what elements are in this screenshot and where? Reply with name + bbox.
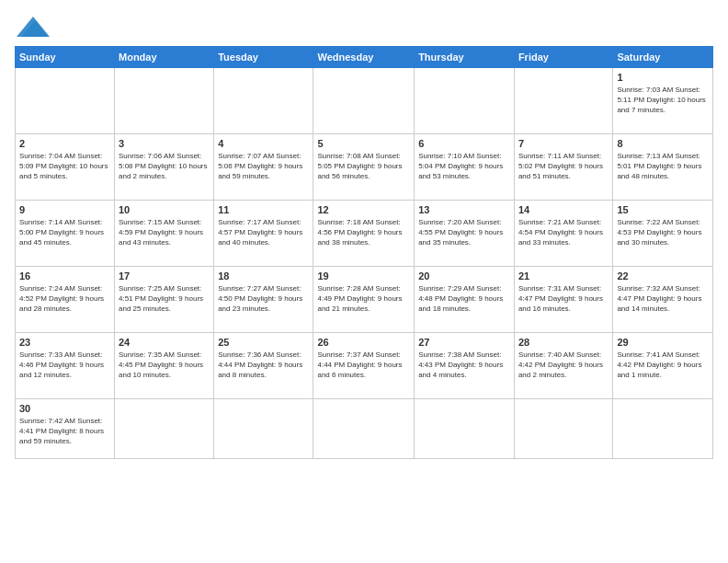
day-number: 12 (317, 203, 410, 217)
day-number: 29 (617, 336, 709, 350)
calendar-header-monday: Monday (115, 47, 214, 68)
calendar-cell (16, 68, 115, 134)
calendar-cell: 13Sunrise: 7:20 AM Sunset: 4:55 PM Dayli… (415, 201, 515, 267)
calendar-cell: 21Sunrise: 7:31 AM Sunset: 4:47 PM Dayli… (514, 267, 612, 333)
calendar-header-saturday: Saturday (613, 47, 713, 68)
week-row-5: 23Sunrise: 7:33 AM Sunset: 4:46 PM Dayli… (16, 333, 713, 399)
calendar-cell: 18Sunrise: 7:27 AM Sunset: 4:50 PM Dayli… (214, 267, 313, 333)
cell-info: Sunrise: 7:03 AM Sunset: 5:11 PM Dayligh… (617, 86, 709, 115)
calendar-table: SundayMondayTuesdayWednesdayThursdayFrid… (15, 46, 713, 459)
day-number: 14 (518, 203, 609, 217)
day-number: 5 (317, 137, 410, 151)
calendar-cell: 8Sunrise: 7:13 AM Sunset: 5:01 PM Daylig… (613, 134, 713, 201)
calendar-cell: 17Sunrise: 7:25 AM Sunset: 4:51 PM Dayli… (115, 267, 214, 333)
cell-info: Sunrise: 7:15 AM Sunset: 4:59 PM Dayligh… (119, 218, 210, 247)
calendar-cell: 5Sunrise: 7:08 AM Sunset: 5:05 PM Daylig… (313, 134, 415, 201)
calendar-header-wednesday: Wednesday (313, 47, 415, 68)
cell-info: Sunrise: 7:40 AM Sunset: 4:42 PM Dayligh… (518, 350, 609, 380)
day-number: 16 (19, 270, 110, 283)
calendar-cell: 14Sunrise: 7:21 AM Sunset: 4:54 PM Dayli… (514, 201, 612, 267)
cell-info: Sunrise: 7:18 AM Sunset: 4:56 PM Dayligh… (317, 218, 410, 247)
calendar-header-row: SundayMondayTuesdayWednesdayThursdayFrid… (16, 47, 713, 68)
day-number: 3 (119, 137, 210, 151)
calendar-cell: 15Sunrise: 7:22 AM Sunset: 4:53 PM Dayli… (613, 201, 713, 267)
week-row-4: 16Sunrise: 7:24 AM Sunset: 4:52 PM Dayli… (16, 267, 713, 333)
calendar-cell (514, 399, 612, 459)
cell-info: Sunrise: 7:33 AM Sunset: 4:46 PM Dayligh… (19, 350, 110, 380)
calendar-cell (415, 68, 515, 134)
calendar-cell: 16Sunrise: 7:24 AM Sunset: 4:52 PM Dayli… (16, 267, 115, 333)
calendar-cell: 27Sunrise: 7:38 AM Sunset: 4:43 PM Dayli… (415, 333, 515, 399)
calendar-cell: 24Sunrise: 7:35 AM Sunset: 4:45 PM Dayli… (115, 333, 214, 399)
calendar-cell (613, 399, 713, 459)
cell-info: Sunrise: 7:08 AM Sunset: 5:05 PM Dayligh… (317, 152, 410, 181)
cell-info: Sunrise: 7:14 AM Sunset: 5:00 PM Dayligh… (19, 218, 110, 247)
calendar-cell: 7Sunrise: 7:11 AM Sunset: 5:02 PM Daylig… (514, 134, 612, 201)
day-number: 18 (218, 270, 309, 283)
day-number: 17 (119, 270, 210, 283)
calendar-cell: 9Sunrise: 7:14 AM Sunset: 5:00 PM Daylig… (16, 201, 115, 267)
day-number: 11 (218, 203, 309, 217)
day-number: 2 (19, 137, 110, 151)
cell-info: Sunrise: 7:06 AM Sunset: 5:08 PM Dayligh… (119, 152, 210, 181)
cell-info: Sunrise: 7:21 AM Sunset: 4:54 PM Dayligh… (518, 218, 609, 247)
calendar-cell (115, 399, 214, 459)
calendar-cell: 11Sunrise: 7:17 AM Sunset: 4:57 PM Dayli… (214, 201, 313, 267)
day-number: 15 (617, 203, 709, 217)
calendar-cell: 10Sunrise: 7:15 AM Sunset: 4:59 PM Dayli… (115, 201, 214, 267)
day-number: 19 (317, 270, 410, 283)
day-number: 26 (317, 336, 410, 350)
cell-info: Sunrise: 7:25 AM Sunset: 4:51 PM Dayligh… (119, 284, 210, 314)
calendar-cell: 4Sunrise: 7:07 AM Sunset: 5:06 PM Daylig… (214, 134, 313, 201)
day-number: 4 (218, 137, 309, 151)
logo (15, 15, 50, 37)
calendar-cell: 6Sunrise: 7:10 AM Sunset: 5:04 PM Daylig… (415, 134, 515, 201)
day-number: 13 (418, 203, 510, 217)
day-number: 28 (518, 336, 609, 350)
cell-info: Sunrise: 7:29 AM Sunset: 4:48 PM Dayligh… (418, 284, 510, 314)
calendar-cell (514, 68, 612, 134)
day-number: 23 (19, 336, 110, 350)
calendar-cell: 12Sunrise: 7:18 AM Sunset: 4:56 PM Dayli… (313, 201, 415, 267)
week-row-1: 1Sunrise: 7:03 AM Sunset: 5:11 PM Daylig… (16, 68, 713, 134)
calendar-cell: 30Sunrise: 7:42 AM Sunset: 4:41 PM Dayli… (16, 399, 115, 459)
calendar-cell: 28Sunrise: 7:40 AM Sunset: 4:42 PM Dayli… (514, 333, 612, 399)
day-number: 7 (518, 137, 609, 151)
cell-info: Sunrise: 7:10 AM Sunset: 5:04 PM Dayligh… (418, 152, 510, 181)
day-number: 30 (19, 402, 110, 416)
page: SundayMondayTuesdayWednesdayThursdayFrid… (0, 0, 728, 563)
cell-info: Sunrise: 7:28 AM Sunset: 4:49 PM Dayligh… (317, 284, 410, 314)
cell-info: Sunrise: 7:32 AM Sunset: 4:47 PM Dayligh… (617, 284, 709, 314)
calendar-header-tuesday: Tuesday (214, 47, 313, 68)
week-row-2: 2Sunrise: 7:04 AM Sunset: 5:09 PM Daylig… (16, 134, 713, 201)
calendar-cell (313, 399, 415, 459)
calendar-cell: 26Sunrise: 7:37 AM Sunset: 4:44 PM Dayli… (313, 333, 415, 399)
cell-info: Sunrise: 7:11 AM Sunset: 5:02 PM Dayligh… (518, 152, 609, 181)
logo-icon (17, 17, 50, 37)
calendar-cell: 29Sunrise: 7:41 AM Sunset: 4:42 PM Dayli… (613, 333, 713, 399)
cell-info: Sunrise: 7:31 AM Sunset: 4:47 PM Dayligh… (518, 284, 609, 314)
cell-info: Sunrise: 7:20 AM Sunset: 4:55 PM Dayligh… (418, 218, 510, 247)
calendar-cell: 19Sunrise: 7:28 AM Sunset: 4:49 PM Dayli… (313, 267, 415, 333)
cell-info: Sunrise: 7:24 AM Sunset: 4:52 PM Dayligh… (19, 284, 110, 314)
calendar-cell: 20Sunrise: 7:29 AM Sunset: 4:48 PM Dayli… (415, 267, 515, 333)
day-number: 22 (617, 270, 709, 283)
calendar-cell: 3Sunrise: 7:06 AM Sunset: 5:08 PM Daylig… (115, 134, 214, 201)
day-number: 6 (418, 137, 510, 151)
day-number: 9 (19, 203, 110, 217)
day-number: 25 (218, 336, 309, 350)
calendar-cell (214, 68, 313, 134)
cell-info: Sunrise: 7:37 AM Sunset: 4:44 PM Dayligh… (317, 350, 410, 380)
day-number: 20 (418, 270, 510, 283)
cell-info: Sunrise: 7:04 AM Sunset: 5:09 PM Dayligh… (19, 152, 110, 181)
day-number: 27 (418, 336, 510, 350)
week-row-6: 30Sunrise: 7:42 AM Sunset: 4:41 PM Dayli… (16, 399, 713, 459)
cell-info: Sunrise: 7:35 AM Sunset: 4:45 PM Dayligh… (119, 350, 210, 380)
calendar-cell: 22Sunrise: 7:32 AM Sunset: 4:47 PM Dayli… (613, 267, 713, 333)
calendar-header-friday: Friday (514, 47, 612, 68)
cell-info: Sunrise: 7:17 AM Sunset: 4:57 PM Dayligh… (218, 218, 309, 247)
day-number: 1 (617, 71, 709, 85)
calendar-cell: 25Sunrise: 7:36 AM Sunset: 4:44 PM Dayli… (214, 333, 313, 399)
calendar-cell: 23Sunrise: 7:33 AM Sunset: 4:46 PM Dayli… (16, 333, 115, 399)
day-number: 10 (119, 203, 210, 217)
